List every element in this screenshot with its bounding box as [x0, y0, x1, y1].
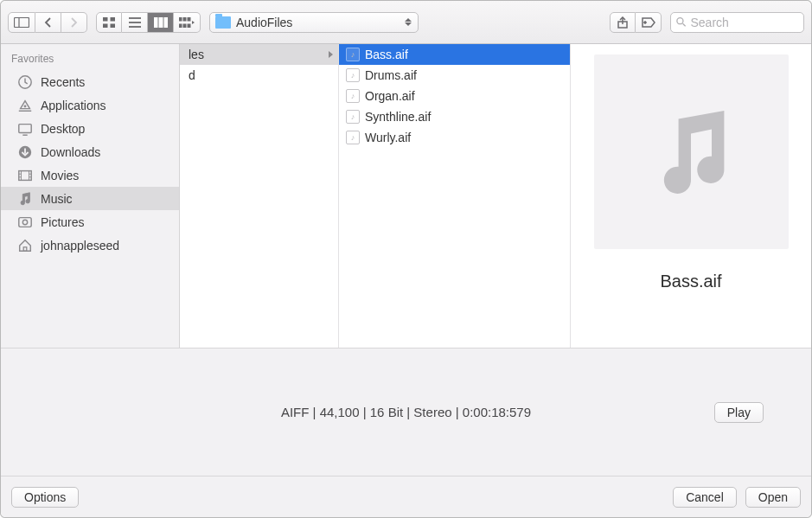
play-button[interactable]: Play — [714, 402, 764, 423]
preview-pane: Bass.aif — [571, 44, 811, 348]
toolbar: AudioFiles — [1, 1, 811, 44]
cancel-button[interactable]: Cancel — [673, 487, 737, 508]
sidebar-item-downloads[interactable]: Downloads — [1, 140, 179, 163]
tags-button[interactable] — [636, 12, 662, 33]
audio-file-icon: ♪ — [346, 68, 360, 82]
gallery-view-button[interactable] — [174, 12, 201, 33]
file-row-label: Bass.aif — [365, 48, 408, 61]
preview-thumbnail — [594, 54, 789, 249]
file-row[interactable]: ♪Synthline.aif — [339, 106, 570, 127]
file-row[interactable]: ♪Wurly.aif — [339, 127, 570, 148]
home-icon — [16, 238, 34, 253]
file-row-label: Drums.aif — [365, 68, 417, 82]
svg-rect-12 — [179, 17, 182, 21]
path-label: AudioFiles — [236, 16, 399, 29]
sidebar: Favorites RecentsApplicationsDesktopDown… — [1, 44, 180, 348]
sidebar-item-recents[interactable]: Recents — [1, 70, 179, 93]
pictures-icon — [16, 214, 34, 230]
sidebar-item-label: johnappleseed — [41, 239, 119, 253]
svg-rect-10 — [159, 17, 163, 28]
column-view-button[interactable] — [148, 12, 174, 33]
view-mode-group — [96, 12, 201, 33]
share-button[interactable] — [610, 12, 636, 33]
sidebar-item-label: Applications — [41, 99, 106, 112]
svg-rect-14 — [188, 17, 190, 21]
sidebar-item-music[interactable]: Music — [1, 187, 179, 210]
svg-rect-17 — [188, 24, 190, 28]
toggle-sidebar-button[interactable] — [8, 12, 35, 33]
action-group — [610, 12, 662, 33]
svg-rect-9 — [154, 17, 157, 28]
svg-rect-15 — [179, 24, 182, 28]
svg-rect-13 — [183, 17, 186, 21]
sidebar-item-applications[interactable]: Applications — [1, 93, 179, 117]
svg-rect-11 — [164, 17, 168, 28]
column-1[interactable]: lesd — [180, 44, 339, 348]
sidebar-item-johnappleseed[interactable]: johnappleseed — [1, 233, 179, 257]
file-row-label: Wurly.aif — [365, 131, 411, 144]
downloads-icon — [16, 144, 34, 160]
music-icon — [16, 191, 34, 207]
file-row[interactable]: ♪Bass.aif — [339, 44, 570, 65]
path-popup[interactable]: AudioFiles — [209, 12, 419, 33]
svg-rect-0 — [15, 17, 29, 27]
folder-row-label: d — [189, 68, 195, 82]
file-row[interactable]: ♪Organ.aif — [339, 86, 570, 106]
column-browser: lesd ♪Bass.aif♪Drums.aif♪Organ.aif♪Synth… — [180, 44, 811, 348]
folder-row-label: les — [189, 48, 204, 61]
svg-rect-4 — [103, 24, 107, 28]
music-note-icon — [639, 100, 743, 204]
svg-rect-5 — [111, 24, 115, 28]
back-button[interactable] — [35, 12, 61, 33]
svg-rect-16 — [183, 24, 186, 28]
sidebar-item-desktop[interactable]: Desktop — [1, 117, 179, 140]
file-row-label: Synthline.aif — [365, 110, 431, 124]
file-row-label: Organ.aif — [365, 89, 415, 103]
dialog-footer: Options Cancel Open — [1, 476, 811, 517]
list-view-button[interactable] — [122, 12, 148, 33]
svg-rect-36 — [19, 217, 31, 227]
movies-icon — [16, 168, 34, 183]
search-input[interactable] — [690, 16, 798, 29]
svg-line-22 — [683, 23, 686, 26]
svg-rect-29 — [19, 170, 31, 180]
column-2[interactable]: ♪Bass.aif♪Drums.aif♪Organ.aif♪Synthline.… — [339, 44, 571, 348]
audio-file-icon: ♪ — [346, 48, 360, 61]
svg-rect-3 — [111, 17, 115, 21]
audio-info-text: AIFF | 44,100 | 16 Bit | Stereo | 0:00:1… — [281, 405, 531, 419]
sidebar-item-pictures[interactable]: Pictures — [1, 210, 179, 233]
audio-file-icon: ♪ — [346, 89, 360, 103]
file-row[interactable]: ♪Drums.aif — [339, 65, 570, 86]
open-button[interactable]: Open — [745, 487, 801, 508]
apps-icon — [16, 98, 34, 113]
folder-row[interactable]: les — [180, 44, 338, 65]
folder-row[interactable]: d — [180, 65, 338, 86]
folder-icon — [215, 16, 231, 29]
audio-file-icon: ♪ — [346, 110, 360, 124]
svg-point-25 — [24, 105, 26, 106]
options-button[interactable]: Options — [11, 487, 79, 508]
sidebar-item-label: Pictures — [41, 215, 85, 229]
sidebar-section-header: Favorites — [1, 49, 179, 70]
sidebar-item-movies[interactable]: Movies — [1, 163, 179, 187]
sidebar-item-label: Desktop — [41, 122, 85, 136]
search-icon — [676, 16, 686, 28]
updown-icon — [404, 18, 412, 26]
open-dialog: AudioFiles Favorites RecentsApplications… — [0, 0, 812, 518]
audio-info-bar: AIFF | 44,100 | 16 Bit | Stereo | 0:00:1… — [1, 348, 811, 476]
forward-button[interactable] — [61, 12, 87, 33]
search-field[interactable] — [670, 12, 804, 33]
icon-view-button[interactable] — [96, 12, 122, 33]
sidebar-item-label: Recents — [41, 75, 85, 89]
browser-body: Favorites RecentsApplicationsDesktopDown… — [1, 44, 811, 348]
svg-point-20 — [643, 21, 646, 23]
sidebar-item-label: Music — [41, 192, 73, 206]
svg-point-37 — [22, 220, 27, 224]
svg-rect-2 — [103, 17, 107, 21]
sidebar-item-label: Downloads — [41, 145, 100, 159]
chevron-right-icon — [329, 51, 333, 58]
svg-rect-26 — [19, 124, 31, 132]
sidebar-nav-group — [8, 12, 87, 33]
svg-point-21 — [677, 18, 683, 24]
audio-file-icon: ♪ — [346, 131, 360, 144]
